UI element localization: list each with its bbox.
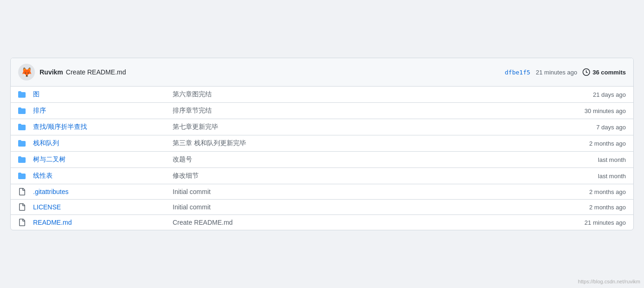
file-icon — [18, 219, 33, 226]
file-name[interactable]: LICENSE — [33, 203, 163, 211]
avatar: 🦊 — [18, 64, 35, 80]
commit-message: 第六章图完结 — [163, 90, 542, 99]
folder-icon — [18, 156, 33, 163]
commit-info: Ruvikm Create README.md — [40, 68, 500, 76]
table-row: 排序排序章节完结30 minutes ago — [11, 103, 633, 119]
commit-message: Initial commit — [163, 203, 542, 211]
clock-icon — [583, 68, 590, 76]
commit-author[interactable]: Ruvikm — [40, 68, 63, 76]
commit-message: Initial commit — [163, 188, 542, 195]
commit-message: 修改细节 — [163, 172, 542, 180]
file-time: 2 months ago — [542, 188, 626, 195]
commit-message: Create README.md — [66, 68, 126, 76]
table-row: 线性表修改细节last month — [11, 168, 633, 184]
table-row: LICENSEInitial commit2 months ago — [11, 200, 633, 215]
folder-icon — [18, 140, 33, 147]
table-row: README.mdCreate README.md21 minutes ago — [11, 215, 633, 230]
commit-message: Create README.md — [163, 219, 542, 226]
folder-name[interactable]: 图 — [33, 90, 163, 99]
file-name[interactable]: .gitattributes — [33, 188, 163, 195]
table-row: 树与二叉树改题号last month — [11, 152, 633, 168]
folder-name[interactable]: 栈和队列 — [33, 139, 163, 147]
table-row: 图第六章图完结21 days ago — [11, 87, 633, 103]
commit-message: 第三章 栈和队列更新完毕 — [163, 139, 542, 147]
commit-time: 21 minutes ago — [536, 69, 577, 76]
table-row: .gitattributesInitial commit2 months ago — [11, 184, 633, 200]
file-rows: 图第六章图完结21 days ago排序排序章节完结30 minutes ago… — [11, 87, 633, 230]
commits-count: 36 commits — [592, 69, 626, 76]
folder-icon — [18, 172, 33, 180]
commits-count-button[interactable]: 36 commits — [583, 68, 626, 76]
file-time: 21 days ago — [542, 91, 626, 98]
folder-name[interactable]: 排序 — [33, 107, 163, 115]
file-icon — [18, 203, 33, 211]
file-time: last month — [542, 156, 626, 163]
file-time: 2 months ago — [542, 140, 626, 147]
file-time: 21 minutes ago — [542, 219, 626, 226]
commit-message: 第七章更新完毕 — [163, 123, 542, 131]
commit-message: 改题号 — [163, 155, 542, 164]
file-time: last month — [542, 173, 626, 180]
repo-file-table: 🦊 Ruvikm Create README.md dfbe1f5 21 min… — [10, 58, 634, 230]
file-time: 30 minutes ago — [542, 107, 626, 114]
table-row: 查找/顺序折半查找第七章更新完毕7 days ago — [11, 119, 633, 135]
latest-commit-header: 🦊 Ruvikm Create README.md dfbe1f5 21 min… — [11, 58, 633, 87]
folder-name[interactable]: 线性表 — [33, 172, 163, 180]
commit-meta: dfbe1f5 21 minutes ago 36 commits — [505, 68, 626, 76]
file-time: 2 months ago — [542, 204, 626, 211]
file-icon — [18, 188, 33, 195]
commit-message: 排序章节完结 — [163, 107, 542, 115]
file-time: 7 days ago — [542, 124, 626, 131]
folder-name[interactable]: 树与二叉树 — [33, 155, 163, 164]
watermark: https://blog.csdn.net/ruvikm — [578, 279, 640, 284]
folder-icon — [18, 107, 33, 114]
folder-icon — [18, 91, 33, 98]
commit-hash[interactable]: dfbe1f5 — [505, 69, 530, 76]
folder-name[interactable]: 查找/顺序折半查找 — [33, 123, 163, 131]
table-row: 栈和队列第三章 栈和队列更新完毕2 months ago — [11, 135, 633, 152]
file-name[interactable]: README.md — [33, 219, 163, 226]
folder-icon — [18, 123, 33, 131]
